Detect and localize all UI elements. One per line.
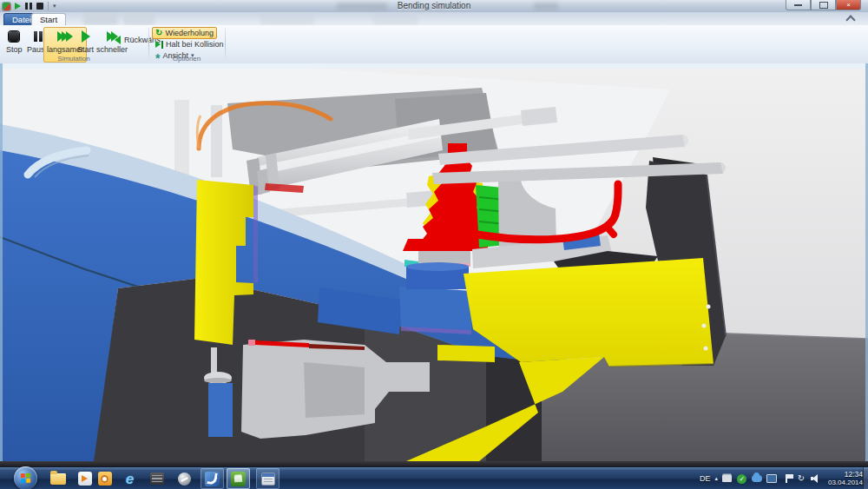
windows-start-button[interactable] bbox=[14, 466, 37, 489]
maximize-icon bbox=[819, 2, 828, 9]
taskbar-item-explorer[interactable] bbox=[46, 468, 69, 489]
halt-collision-icon bbox=[155, 41, 163, 49]
media-play-icon bbox=[78, 472, 92, 486]
pause-icon bbox=[34, 31, 43, 42]
clock-time: 12:34 bbox=[828, 471, 863, 479]
system-tray: DE ▴ ✓ ↻ 12:34 03.04.2014 bbox=[700, 467, 863, 489]
taskbar-clock[interactable]: 12:34 03.04.2014 bbox=[828, 471, 863, 487]
window-border-left bbox=[0, 63, 3, 461]
ribbon: Stop Pause langsamer Start schneller Rüc… bbox=[0, 25, 868, 64]
clock-date: 03.04.2014 bbox=[828, 479, 863, 486]
application-window: ▾ Bending simulation × Datei Start Stop … bbox=[0, 0, 868, 489]
antivirus-check-icon[interactable]: ✓ bbox=[737, 473, 747, 484]
taskbar-item-simulation-app[interactable] bbox=[227, 468, 250, 489]
play-icon bbox=[82, 30, 90, 43]
sync-tray-icon[interactable]: ↻ bbox=[796, 473, 806, 484]
simulation-app-icon bbox=[231, 472, 246, 486]
viewport bbox=[0, 63, 868, 461]
back-arrow-icon bbox=[115, 36, 121, 44]
display-tray-icon[interactable] bbox=[766, 473, 777, 484]
windows-flag-icon bbox=[21, 473, 31, 484]
taskbar: e DE ▴ ✓ ↻ 12:34 03.04.2014 bbox=[0, 466, 868, 489]
blurred-tab-ghost bbox=[260, 14, 314, 25]
taskbar-item-document-app[interactable] bbox=[256, 468, 279, 489]
triple-chevron-icon bbox=[57, 30, 73, 43]
repeat-label: Wiederholung bbox=[165, 29, 214, 37]
close-icon: × bbox=[846, 2, 851, 9]
group-label-simulation: Simulation bbox=[0, 55, 148, 63]
show-desktop-button[interactable] bbox=[863, 467, 868, 489]
halt-collision-label: Halt bei Kollision bbox=[166, 40, 224, 49]
repeat-icon: ↻ bbox=[155, 29, 162, 37]
stop-icon bbox=[9, 31, 19, 42]
tab-start[interactable]: Start bbox=[31, 13, 66, 26]
start-label: Start bbox=[77, 45, 94, 54]
caption-buttons: × bbox=[786, 0, 861, 10]
sphere-icon bbox=[178, 472, 191, 486]
group-label-optionen: Optionen bbox=[149, 55, 224, 63]
3d-viewport-scene[interactable] bbox=[0, 69, 868, 461]
minimize-button[interactable] bbox=[786, 0, 811, 10]
document-app-icon bbox=[261, 472, 275, 486]
maximize-button[interactable] bbox=[811, 0, 836, 10]
internet-explorer-icon: e bbox=[126, 472, 134, 486]
window-title: Bending simulation bbox=[0, 0, 868, 12]
printer-tray-icon[interactable] bbox=[722, 473, 733, 484]
folder-icon bbox=[50, 473, 66, 485]
language-indicator[interactable]: DE bbox=[700, 474, 711, 483]
terminal-icon bbox=[150, 472, 164, 485]
group-divider bbox=[225, 28, 226, 61]
halt-on-collision-toggle[interactable]: Halt bei Kollision bbox=[152, 38, 227, 50]
cad-app-icon bbox=[205, 472, 220, 486]
blurred-tab-ghost[interactable] bbox=[83, 14, 118, 25]
speaker-icon[interactable] bbox=[811, 473, 821, 484]
minimize-icon bbox=[794, 4, 802, 6]
taskbar-item-cad-app[interactable] bbox=[201, 468, 224, 489]
taskbar-item-internet-explorer[interactable]: e bbox=[118, 468, 141, 489]
close-button[interactable]: × bbox=[836, 0, 861, 10]
stop-label: Stop bbox=[6, 45, 23, 54]
taskbar-item-outlook[interactable] bbox=[93, 468, 116, 489]
taskbar-item-utility[interactable] bbox=[173, 468, 196, 489]
clock-badge-icon bbox=[98, 472, 112, 486]
faster-label: schneller bbox=[96, 45, 128, 54]
blurred-tab-ghost[interactable] bbox=[123, 14, 155, 25]
cloud-tray-icon[interactable] bbox=[752, 473, 762, 484]
taskbar-item-terminal[interactable] bbox=[145, 468, 168, 489]
title-bar[interactable]: ▾ Bending simulation × bbox=[0, 0, 868, 13]
tray-expand-icon[interactable]: ▴ bbox=[714, 475, 718, 482]
blurred-title-text bbox=[534, 3, 558, 10]
repeat-toggle[interactable]: ↻ Wiederholung bbox=[152, 27, 217, 39]
action-center-flag-icon[interactable] bbox=[781, 473, 792, 484]
ribbon-tab-row: Datei Start bbox=[0, 12, 868, 25]
blurred-tab-ghost bbox=[373, 14, 418, 25]
collapse-ribbon-icon[interactable] bbox=[845, 15, 855, 24]
